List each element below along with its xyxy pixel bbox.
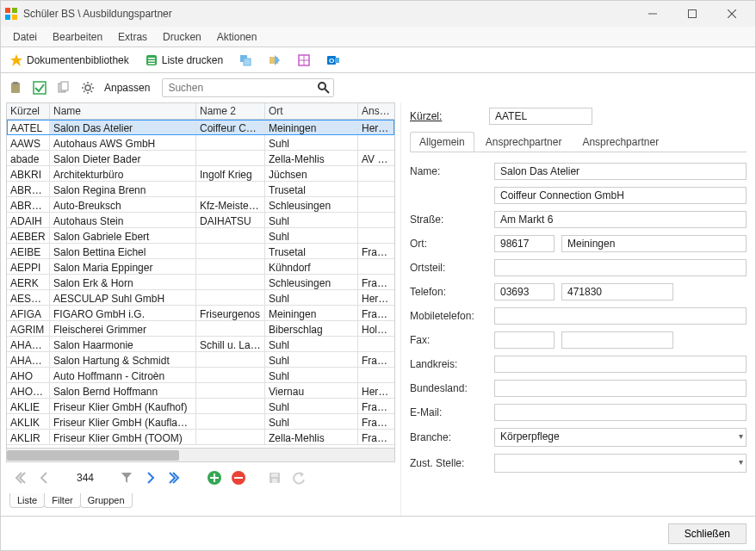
branche-dropdown[interactable]: Körperpflege ▾ <box>494 428 747 447</box>
table-row[interactable]: ADAIHAutohaus SteinDAIHATSUSuhl <box>7 213 394 228</box>
table-row[interactable]: AEPPISalon Maria EppingerKühndorf <box>7 259 394 275</box>
table-row[interactable]: AHOFF1Salon Bernd HoffmannViernauHerr Ho… <box>7 383 394 399</box>
nav-add-button[interactable] <box>206 469 223 486</box>
nav-prev-button[interactable] <box>35 469 53 486</box>
customize-label[interactable]: Anpassen <box>104 82 150 94</box>
table-row[interactable]: AGRIMFleischerei GrimmerBiberschlagHolge… <box>7 321 394 337</box>
table-row[interactable]: AATELSalon Das AtelierCoiffeur ConnMeini… <box>7 120 394 135</box>
docs-button[interactable] <box>54 78 73 97</box>
kuerzel-value[interactable]: AATEL <box>489 108 592 125</box>
window-title: Schüler BS \ Ausbildungspartner <box>23 8 172 20</box>
cell-n: Architekturbüro <box>50 166 196 181</box>
table-row[interactable]: AFIGAFIGARO GmbH i.G.FriseurgenosMeining… <box>7 306 394 321</box>
maximize-button[interactable] <box>672 2 712 26</box>
svg-line-36 <box>91 84 93 85</box>
col-header-name2[interactable]: Name 2 <box>196 103 265 119</box>
close-button[interactable]: Schließen <box>668 523 747 544</box>
cell-o: Suhl <box>265 135 358 150</box>
tab-ansprechpartner-2[interactable]: Ansprechpartner <box>573 132 668 152</box>
nav-next-button[interactable] <box>142 469 159 486</box>
menu-drucken[interactable]: Drucken <box>156 29 208 45</box>
table-row[interactable]: ABRENSalon Regina BrennTrusetal <box>7 182 394 197</box>
cell-k: AGRIM <box>7 321 50 336</box>
fax-number-field[interactable] <box>561 331 673 349</box>
fax-prefix-field[interactable] <box>494 331 555 349</box>
search-icon[interactable] <box>317 81 331 95</box>
table-row[interactable]: AKLIRFriseur Klier GmbH (TOOM)Zella-Mehl… <box>7 430 394 445</box>
toolbar1-icon-2[interactable] <box>264 52 285 69</box>
print-list-button[interactable]: Liste drucken <box>141 52 226 69</box>
tab-liste[interactable]: Liste <box>9 493 45 508</box>
tab-ansprechpartner-1[interactable]: Ansprechpartner <box>476 132 572 152</box>
col-header-ort[interactable]: Ort <box>265 103 358 119</box>
cell-n2 <box>196 368 265 382</box>
table-row[interactable]: abadeSalon Dieter BaderZella-MehlisAV Su… <box>7 151 394 166</box>
nav-remove-button[interactable] <box>230 469 247 486</box>
menu-bearbeiten[interactable]: Bearbeiten <box>46 29 109 45</box>
zust-dropdown[interactable]: ▾ <box>494 454 747 473</box>
menu-extras[interactable]: Extras <box>111 29 154 45</box>
tab-gruppen[interactable]: Gruppen <box>80 493 133 508</box>
cell-o: Kühndorf <box>265 259 358 274</box>
tel-number-field[interactable]: 471830 <box>561 283 673 300</box>
table-row[interactable]: AERKSalon Erk & HornSchleusingenFrau Hor… <box>7 275 394 290</box>
nav-undo-button[interactable] <box>290 469 307 486</box>
cell-o: Suhl <box>265 213 358 227</box>
doc-library-button[interactable]: Dokumentenbibliothek <box>6 52 133 69</box>
table-row[interactable]: AHART1Salon Hartung & SchmidtSuhlFrau Sc… <box>7 352 394 368</box>
grid-body[interactable]: AATELSalon Das AtelierCoiffeur ConnMeini… <box>7 120 394 448</box>
toolbar1-icon-1[interactable] <box>235 52 256 69</box>
table-row[interactable]: AESCUAESCULAP Suhl GmbHSuhlHerr Rainer I <box>7 290 394 306</box>
table-row[interactable]: AKLIEFriseur Klier GmbH (Kaufhof)SuhlFra… <box>7 399 394 414</box>
nav-save-button[interactable] <box>266 469 283 486</box>
check-button[interactable] <box>30 78 49 97</box>
settings-button[interactable] <box>78 78 97 97</box>
table-row[interactable]: AHOAuto Hoffmann - CitroènSuhl <box>7 368 394 383</box>
paste-button[interactable] <box>6 78 25 97</box>
cell-o: Meiningen <box>265 120 358 134</box>
tab-allgemein[interactable]: Allgemein <box>410 132 474 152</box>
toolbar1-icon-4[interactable]: O <box>323 52 344 69</box>
tel-prefix-field[interactable]: 03693 <box>494 283 555 300</box>
name-field[interactable]: Salon Das Atelier <box>494 163 747 180</box>
table-row[interactable]: AEBERSalon Gabriele EbertSuhl <box>7 228 394 244</box>
cell-k: AKLIK <box>7 414 50 429</box>
nav-filter-button[interactable] <box>118 469 135 486</box>
col-header-ansprech[interactable]: Ansprechpar <box>358 103 394 119</box>
scrollbar-thumb[interactable] <box>7 450 179 461</box>
bundesland-field[interactable] <box>494 380 747 397</box>
search-input[interactable] <box>162 78 334 97</box>
minimize-button[interactable] <box>633 2 672 26</box>
grid-scrollbar[interactable] <box>7 448 394 461</box>
name2-field[interactable]: Coiffeur Connection GmbH <box>494 187 747 204</box>
svg-rect-0 <box>5 8 10 13</box>
table-row[interactable]: AHARMSalon HaarmonieSchill u. LabuSuhl <box>7 337 394 352</box>
email-field[interactable] <box>494 404 747 421</box>
cell-k: abade <box>7 151 50 165</box>
menu-aktionen[interactable]: Aktionen <box>210 29 264 45</box>
toolbar1-icon-3[interactable] <box>294 52 314 69</box>
table-row[interactable]: ABREUAuto-BreukschKfz-MeisterbeSchleusin… <box>7 197 394 213</box>
col-header-kuerzel[interactable]: Kürzel <box>7 103 50 119</box>
mobil-field[interactable] <box>494 307 747 325</box>
close-window-button[interactable] <box>712 2 752 26</box>
strasse-field[interactable]: Am Markt 6 <box>494 211 747 228</box>
clipboard-icon <box>9 81 22 95</box>
cell-n: Salon Regina Brenn <box>50 182 196 196</box>
plz-field[interactable]: 98617 <box>494 235 555 252</box>
ortsteil-field[interactable] <box>494 259 747 276</box>
col-header-name[interactable]: Name <box>50 103 196 119</box>
tab-filter[interactable]: Filter <box>44 493 80 508</box>
landkreis-field[interactable] <box>494 356 747 373</box>
cell-n: Autohaus Stein <box>50 213 196 227</box>
nav-last-button[interactable] <box>166 469 183 486</box>
table-row[interactable]: ABKRIArchitekturbüroIngolf KriegJüchsen <box>7 166 394 182</box>
cell-n: Salon Dieter Bader <box>50 151 196 165</box>
menu-datei[interactable]: Datei <box>6 29 44 45</box>
table-row[interactable]: AKLIKFriseur Klier GmbH (Kaufland)SuhlFr… <box>7 414 394 430</box>
table-row[interactable]: AEIBESalon Bettina EichelTrusetalFrau Ei… <box>7 244 394 259</box>
cell-k: AEIBE <box>7 244 50 258</box>
table-row[interactable]: AAWSAutohaus AWS GmbHSuhl <box>7 135 394 151</box>
nav-first-button[interactable] <box>11 469 28 486</box>
ort-field[interactable]: Meiningen <box>561 235 747 252</box>
